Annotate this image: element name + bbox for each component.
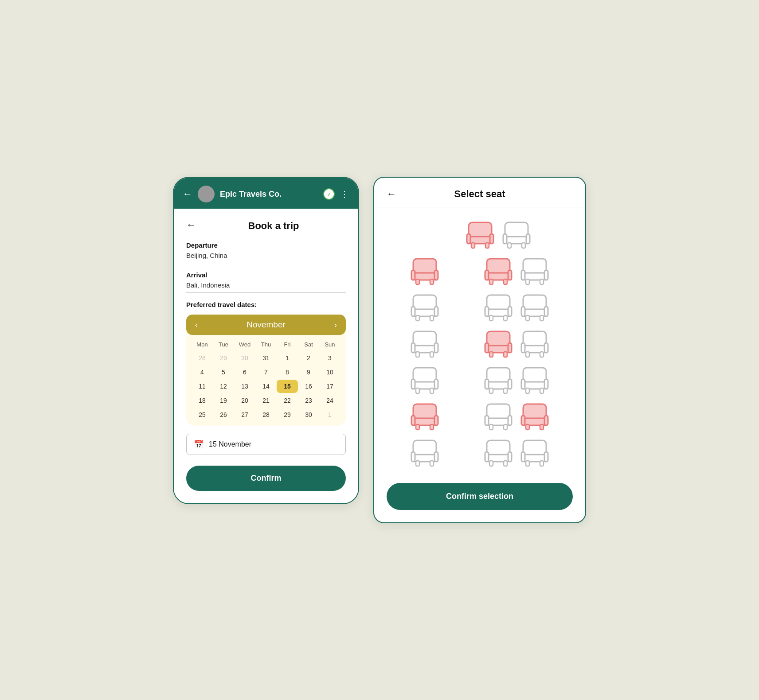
calendar-day[interactable]: 30 <box>234 351 255 365</box>
svg-rect-24 <box>523 259 546 274</box>
seat[interactable] <box>410 256 440 286</box>
seat[interactable] <box>520 256 550 286</box>
calendar-day[interactable]: 26 <box>213 408 234 421</box>
svg-rect-117 <box>544 452 548 462</box>
svg-rect-46 <box>526 315 529 321</box>
svg-rect-26 <box>521 270 525 280</box>
svg-rect-60 <box>523 331 546 346</box>
seat[interactable] <box>520 365 550 395</box>
calendar-day[interactable]: 20 <box>234 394 255 407</box>
seat[interactable] <box>483 329 513 359</box>
calendar-day[interactable]: 7 <box>255 366 277 379</box>
svg-rect-92 <box>485 416 489 425</box>
calendar-day[interactable]: 10 <box>319 366 340 379</box>
calendar-day[interactable]: 21 <box>255 394 277 407</box>
svg-rect-68 <box>411 379 415 389</box>
calendar-next-btn[interactable]: › <box>334 320 337 330</box>
seat[interactable] <box>520 292 550 323</box>
calendar-day[interactable]: 29 <box>213 351 234 365</box>
calendar-day[interactable]: 5 <box>213 366 234 379</box>
svg-rect-23 <box>504 279 507 284</box>
calendar-day[interactable]: 8 <box>277 366 298 379</box>
seat[interactable] <box>520 329 550 359</box>
svg-rect-84 <box>413 404 436 419</box>
calendar-day[interactable]: 17 <box>319 380 340 393</box>
confirm-selection-button[interactable]: Confirm selection <box>387 483 573 510</box>
seat-row <box>390 220 569 250</box>
calendar-day[interactable]: 2 <box>298 351 319 365</box>
calendar-day[interactable]: 15 <box>277 380 298 393</box>
calendar-day[interactable]: 9 <box>298 366 319 379</box>
calendar-day[interactable]: 28 <box>192 351 213 365</box>
seat[interactable] <box>483 256 513 286</box>
svg-rect-62 <box>521 343 525 353</box>
calendar-day[interactable]: 25 <box>192 408 213 421</box>
seat[interactable] <box>520 438 550 468</box>
seat[interactable] <box>501 220 532 250</box>
svg-rect-30 <box>413 295 436 310</box>
page-back-icon[interactable]: ← <box>186 219 196 231</box>
phone-back-icon[interactable]: ← <box>183 188 192 200</box>
more-icon[interactable]: ⋮ <box>340 189 349 199</box>
day-name-sun: Sun <box>319 339 340 350</box>
seat[interactable] <box>410 438 440 468</box>
svg-rect-114 <box>523 440 546 455</box>
seat[interactable] <box>410 365 440 395</box>
calendar-day[interactable]: 22 <box>277 394 298 407</box>
day-name-sat: Sat <box>298 339 319 350</box>
calendar-day[interactable]: 18 <box>192 394 213 407</box>
calendar-day[interactable]: 24 <box>319 394 340 407</box>
svg-rect-102 <box>413 440 436 455</box>
seat-row-inner <box>410 256 550 286</box>
svg-rect-66 <box>413 368 436 383</box>
svg-rect-12 <box>413 259 436 274</box>
svg-rect-56 <box>485 343 489 353</box>
svg-rect-48 <box>413 331 436 346</box>
seat-row <box>390 401 569 432</box>
calendar-day[interactable]: 28 <box>255 408 277 421</box>
svg-rect-20 <box>485 270 489 280</box>
date-input-row[interactable]: 📅 15 November <box>186 434 346 455</box>
svg-rect-111 <box>508 452 512 462</box>
svg-rect-47 <box>540 315 544 321</box>
svg-rect-51 <box>434 343 438 353</box>
calendar-day[interactable]: 6 <box>234 366 255 379</box>
phone-body: ← Book a trip Departure Beijing, China A… <box>174 209 358 503</box>
panel-back-icon[interactable]: ← <box>387 188 396 200</box>
calendar-day[interactable]: 27 <box>234 408 255 421</box>
calendar-day[interactable]: 12 <box>213 380 234 393</box>
seat[interactable] <box>483 292 513 323</box>
svg-rect-40 <box>489 315 493 321</box>
calendar-day[interactable]: 30 <box>298 408 319 421</box>
svg-rect-69 <box>434 379 438 389</box>
svg-rect-29 <box>540 279 544 284</box>
calendar-day[interactable]: 1 <box>319 408 340 421</box>
seat[interactable] <box>410 401 440 432</box>
calendar-day[interactable]: 19 <box>213 394 234 407</box>
seat[interactable] <box>483 401 513 432</box>
panel-header: ← Select seat <box>374 178 585 207</box>
svg-rect-45 <box>544 307 548 316</box>
calendar-day[interactable]: 23 <box>298 394 319 407</box>
calendar-day[interactable]: 14 <box>255 380 277 393</box>
calendar-day[interactable]: 1 <box>277 351 298 365</box>
seat[interactable] <box>483 438 513 468</box>
seat[interactable] <box>520 401 550 432</box>
calendar-day[interactable]: 3 <box>319 351 340 365</box>
calendar-day[interactable]: 29 <box>277 408 298 421</box>
calendar-prev-btn[interactable]: ‹ <box>195 320 198 330</box>
svg-rect-106 <box>416 461 419 466</box>
seat[interactable] <box>465 220 495 250</box>
seat[interactable] <box>483 365 513 395</box>
calendar-day[interactable]: 4 <box>192 366 213 379</box>
seat-row <box>390 329 569 359</box>
calendar-day[interactable]: 11 <box>192 380 213 393</box>
svg-rect-112 <box>489 461 493 466</box>
calendar-day[interactable]: 16 <box>298 380 319 393</box>
seat[interactable] <box>410 292 440 323</box>
seat[interactable] <box>410 329 440 359</box>
confirm-button[interactable]: Confirm <box>186 466 346 491</box>
calendar-day[interactable]: 13 <box>234 380 255 393</box>
calendar-day[interactable]: 31 <box>255 351 277 365</box>
svg-rect-116 <box>521 452 525 462</box>
